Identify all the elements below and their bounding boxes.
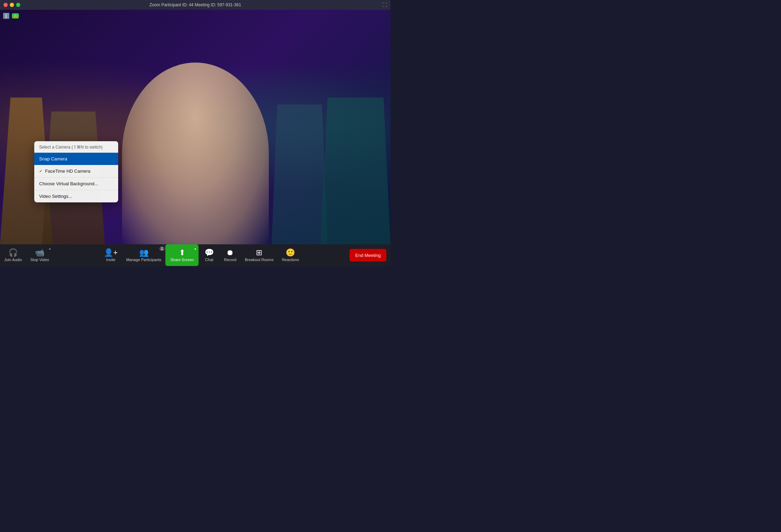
record-icon: ⏺ (226, 249, 234, 257)
background-person-3 (272, 105, 328, 244)
context-menu-header: Select a Camera (⇧⌘N to switch) (34, 141, 118, 153)
title-bar: Zoom Participant ID: 44 Meeting ID: 597-… (0, 0, 390, 10)
maximize-button[interactable] (16, 3, 20, 7)
close-button[interactable] (3, 3, 8, 7)
record-button[interactable]: ⏺ Record (220, 244, 241, 266)
video-caret-icon[interactable]: ▲ (48, 247, 51, 250)
reactions-label: Reactions (282, 258, 299, 262)
share-screen-button[interactable]: ⬆ Share Screen ▲ (165, 244, 199, 266)
manage-participants-button[interactable]: 👥 Manage Participants 1 ▲ (122, 244, 165, 266)
facetime-camera-label: FaceTime HD Camera (45, 168, 91, 174)
toolbar-left: 🎧 Join Audio 📹 Stop Video ▲ (0, 244, 53, 266)
video-settings-label: Video Settings... (39, 194, 72, 199)
invite-button[interactable]: 👤+ Invite (100, 244, 122, 266)
minimize-button[interactable] (10, 3, 14, 7)
toolbar: 🎧 Join Audio 📹 Stop Video ▲ 👤+ Invite 👥 … (0, 244, 390, 266)
breakout-rooms-button[interactable]: ⊞ Breakout Rooms (241, 244, 278, 266)
record-label: Record (224, 258, 236, 262)
reactions-button[interactable]: 🙂 Reactions (278, 244, 303, 266)
background-person-4 (321, 98, 390, 244)
headphones-icon: 🎧 (8, 249, 18, 257)
camera-option-snap[interactable]: Snap Camera (34, 153, 118, 165)
join-audio-label: Join Audio (4, 258, 22, 262)
share-caret-icon[interactable]: ▲ (194, 247, 197, 250)
virtual-bg-label: Choose Virtual Background... (39, 181, 98, 186)
chat-label: Chat (205, 258, 213, 262)
chat-button[interactable]: 💬 Chat (199, 244, 220, 266)
join-audio-button[interactable]: 🎧 Join Audio (0, 244, 26, 266)
camera-option-virtual-bg[interactable]: Choose Virtual Background... (34, 178, 118, 190)
participants-caret-icon[interactable]: ▲ (160, 247, 163, 250)
check-icon: ✓ (39, 169, 42, 173)
share-screen-icon: ⬆ (179, 249, 185, 257)
window-title: Zoom Participant ID: 44 Meeting ID: 597-… (149, 2, 241, 7)
fullscreen-icon[interactable]: ⛶ (382, 2, 387, 8)
snap-camera-label: Snap Camera (39, 156, 67, 161)
video-area: ℹ️ 🔒 Select a Camera (⇧⌘N to switch) Sna… (0, 10, 390, 244)
window-controls[interactable] (3, 3, 20, 7)
chat-icon: 💬 (205, 249, 214, 257)
manage-participants-label: Manage Participants (126, 258, 161, 262)
participants-icon: 👥 (139, 249, 149, 257)
info-icon[interactable]: ℹ️ (3, 13, 10, 19)
toolbar-right: End Meeting (350, 249, 390, 261)
toolbar-center: 👤+ Invite 👥 Manage Participants 1 ▲ ⬆ Sh… (53, 244, 350, 266)
breakout-rooms-label: Breakout Rooms (245, 258, 273, 262)
invite-label: Invite (106, 258, 115, 262)
reactions-icon: 🙂 (286, 249, 295, 257)
end-meeting-button[interactable]: End Meeting (350, 249, 386, 261)
main-video-person (122, 63, 269, 244)
invite-icon: 👤+ (104, 249, 118, 257)
camera-context-menu: Select a Camera (⇧⌘N to switch) Snap Cam… (34, 141, 118, 202)
camera-option-settings[interactable]: Video Settings... (34, 190, 118, 202)
camera-option-facetime[interactable]: ✓ FaceTime HD Camera (34, 165, 118, 177)
breakout-rooms-icon: ⊞ (256, 249, 262, 257)
share-screen-label: Share Screen (170, 258, 194, 262)
stop-video-label: Stop Video (30, 258, 49, 262)
stop-video-button[interactable]: 📹 Stop Video ▲ (26, 244, 53, 266)
lock-icon[interactable]: 🔒 (12, 13, 19, 19)
top-left-controls: ℹ️ 🔒 (3, 13, 19, 19)
video-camera-icon: 📹 (35, 249, 44, 257)
